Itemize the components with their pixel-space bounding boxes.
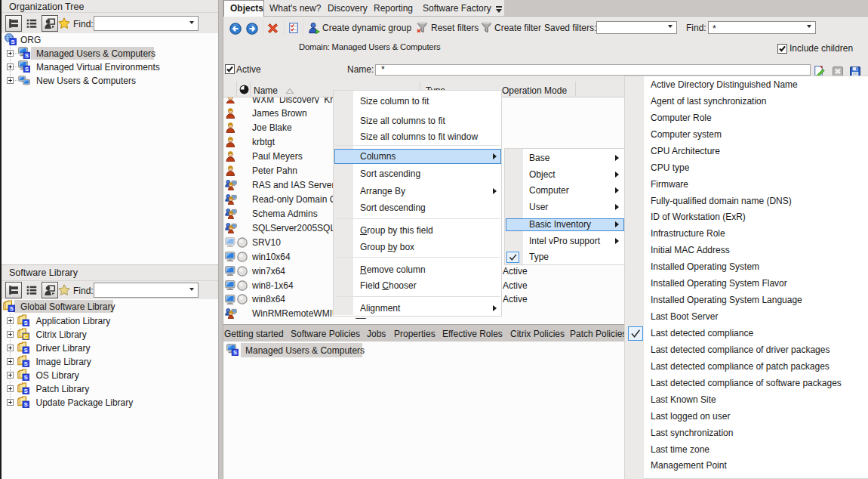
svg-text:S: S — [24, 360, 28, 367]
svg-text:S: S — [233, 349, 237, 356]
svg-text:S: S — [24, 347, 28, 354]
svg-text:S: S — [24, 374, 28, 381]
svg-text:S: S — [25, 66, 29, 73]
svg-text:S: S — [24, 401, 28, 408]
svg-text:C: C — [24, 333, 29, 340]
svg-text:S: S — [24, 320, 28, 326]
svg-text:S: S — [25, 52, 29, 59]
svg-text:S: S — [11, 39, 15, 45]
svg-text:S: S — [10, 305, 14, 312]
svg-text:S: S — [24, 388, 28, 394]
